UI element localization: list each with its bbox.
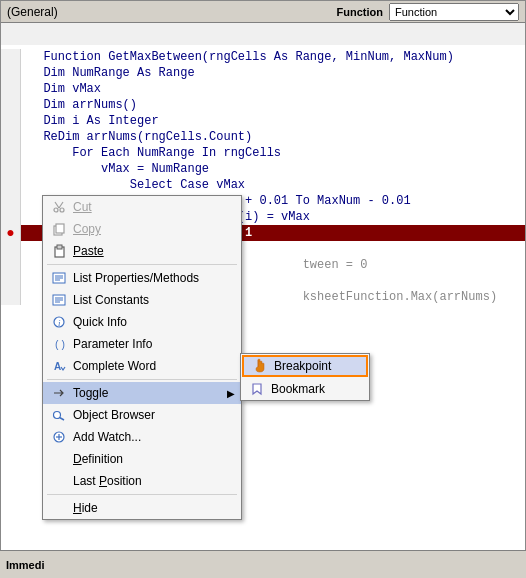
quick-info-icon: i (49, 314, 69, 330)
gutter (1, 161, 21, 177)
menu-item-last-position[interactable]: Last Position (43, 470, 241, 492)
hide-label: Hide (73, 501, 235, 515)
definition-icon (49, 451, 69, 467)
gutter (1, 81, 21, 97)
menu-item-param-info[interactable]: () Parameter Info (43, 333, 241, 355)
window-title: (General) (7, 5, 58, 19)
hide-icon (49, 500, 69, 516)
bookmark-icon (247, 381, 267, 397)
context-menu: Cut Copy Paste (42, 195, 242, 520)
menu-item-complete-word[interactable]: A Complete Word (43, 355, 241, 377)
code-line: vMax = NumRange (1, 161, 525, 177)
gutter (1, 257, 21, 273)
svg-text:A: A (54, 361, 61, 372)
submenu-item-bookmark[interactable]: Bookmark (241, 378, 369, 400)
last-position-icon (49, 473, 69, 489)
gutter (1, 273, 21, 289)
param-info-icon: () (49, 336, 69, 352)
breakpoint-icon (250, 358, 270, 374)
gutter (1, 65, 21, 81)
svg-rect-1 (56, 224, 64, 233)
code-line: ReDim arrNums(rngCells.Count) (1, 129, 525, 145)
gutter (1, 289, 21, 305)
submenu-item-breakpoint[interactable]: Breakpoint (242, 355, 368, 377)
complete-word-label: Complete Word (73, 359, 235, 373)
code-line: Function GetMaxBetween(rngCells As Range… (1, 49, 525, 65)
separator (47, 379, 237, 380)
code-line: Dim i As Integer (1, 113, 525, 129)
gutter (1, 177, 21, 193)
definition-label: Definition (73, 452, 235, 466)
svg-rect-3 (57, 245, 62, 249)
gutter (1, 49, 21, 65)
object-browser-icon (49, 407, 69, 423)
menu-item-hide[interactable]: Hide (43, 497, 241, 519)
menu-item-copy[interactable]: Copy (43, 218, 241, 240)
copy-icon (49, 221, 69, 237)
submenu-arrow: ▶ (227, 388, 235, 399)
bottom-panel: Immedi (0, 550, 526, 578)
title-bar: (General) Function Function (1, 1, 525, 23)
list-const-label: List Constants (73, 293, 235, 307)
gutter (1, 129, 21, 145)
cut-icon (49, 199, 69, 215)
breakpoint-label: Breakpoint (274, 359, 360, 373)
menu-item-cut[interactable]: Cut (43, 196, 241, 218)
gutter (1, 193, 21, 209)
main-window: (General) Function Function Function Get… (0, 0, 526, 578)
menu-item-definition[interactable]: Definition (43, 448, 241, 470)
gutter (1, 113, 21, 129)
gutter (1, 97, 21, 113)
menu-item-add-watch[interactable]: Add Watch... (43, 426, 241, 448)
add-watch-icon (49, 429, 69, 445)
bottom-label: Immedi (6, 559, 45, 571)
breakpoint-gutter: ● (1, 225, 21, 241)
object-browser-label: Object Browser (73, 408, 235, 422)
paste-label: Paste (73, 244, 235, 258)
list-const-icon (49, 292, 69, 308)
svg-point-16 (54, 412, 61, 419)
list-props-label: List Properties/Methods (73, 271, 235, 285)
function-dropdown[interactable]: Function (389, 3, 519, 21)
toggle-label: Toggle (73, 386, 223, 400)
cut-label: Cut (73, 200, 235, 214)
bookmark-label: Bookmark (271, 382, 363, 396)
add-watch-label: Add Watch... (73, 430, 235, 444)
submenu: Breakpoint Bookmark (240, 353, 370, 401)
menu-item-toggle[interactable]: Toggle ▶ (43, 382, 241, 404)
code-line: For Each NumRange In rngCells (1, 145, 525, 161)
code-line: Dim NumRange As Range (1, 65, 525, 81)
menu-item-paste[interactable]: Paste (43, 240, 241, 262)
menu-item-quick-info[interactable]: i Quick Info (43, 311, 241, 333)
svg-text:(): () (54, 340, 66, 351)
paste-icon (49, 243, 69, 259)
separator (47, 264, 237, 265)
copy-label: Copy (73, 222, 235, 236)
dropdown-label: Function (337, 6, 383, 18)
menu-item-object-browser[interactable]: Object Browser (43, 404, 241, 426)
last-position-label: Last Position (73, 474, 235, 488)
gutter (1, 145, 21, 161)
code-line: Dim vMax (1, 81, 525, 97)
svg-line-17 (60, 418, 65, 421)
gutter (1, 209, 21, 225)
param-info-label: Parameter Info (73, 337, 235, 351)
gutter (1, 241, 21, 257)
list-props-icon (49, 270, 69, 286)
quick-info-label: Quick Info (73, 315, 235, 329)
code-line: Select Case vMax (1, 177, 525, 193)
menu-item-list-props[interactable]: List Properties/Methods (43, 267, 241, 289)
menu-item-list-const[interactable]: List Constants (43, 289, 241, 311)
toggle-icon (49, 385, 69, 401)
complete-word-icon: A (49, 358, 69, 374)
code-line: Dim arrNums() (1, 97, 525, 113)
separator (47, 494, 237, 495)
